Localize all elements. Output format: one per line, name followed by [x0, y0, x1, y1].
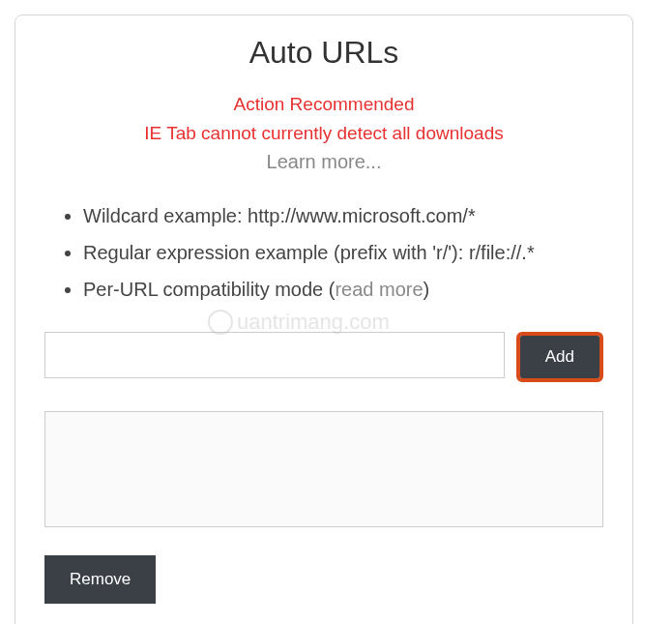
- warning-line-1: Action Recommended: [44, 90, 603, 119]
- add-button[interactable]: Add: [520, 336, 599, 378]
- url-input[interactable]: [44, 332, 505, 378]
- add-url-row: Add: [44, 332, 603, 382]
- warning-line-2: IE Tab cannot currently detect all downl…: [44, 119, 603, 148]
- panel-title: Auto URLs: [44, 35, 603, 71]
- examples-list: Wildcard example: http://www.microsoft.c…: [54, 197, 603, 308]
- example-wildcard: Wildcard example: http://www.microsoft.c…: [83, 197, 603, 234]
- add-button-highlight: Add: [516, 332, 603, 382]
- example-perurl-prefix: Per-URL compatibility mode (: [83, 279, 335, 300]
- remove-button[interactable]: Remove: [44, 555, 156, 604]
- read-more-link[interactable]: read more: [335, 279, 423, 300]
- example-perurl-suffix: ): [424, 279, 430, 300]
- warning-block: Action Recommended IE Tab cannot current…: [44, 90, 603, 173]
- example-regex: Regular expression example (prefix with …: [83, 234, 603, 271]
- learn-more-link[interactable]: Learn more...: [44, 151, 603, 173]
- example-perurl: Per-URL compatibility mode (read more): [83, 271, 603, 308]
- url-list-box[interactable]: [44, 411, 603, 527]
- auto-urls-panel: Auto URLs Action Recommended IE Tab cann…: [15, 15, 633, 624]
